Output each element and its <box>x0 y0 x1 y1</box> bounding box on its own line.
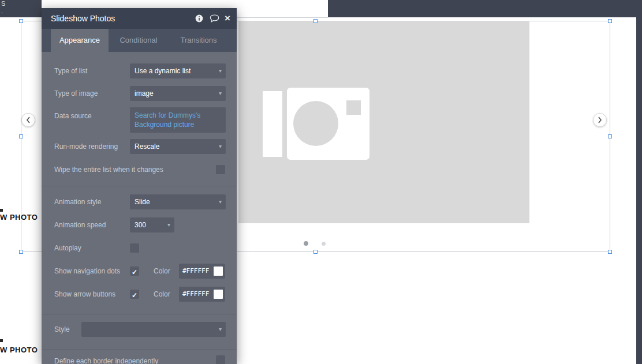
slideshow-prev-button[interactable] <box>21 113 35 127</box>
show-nav-dots-checkbox[interactable]: ✓ <box>130 267 139 276</box>
canvas-heading-mid: W PHOTO <box>0 213 38 222</box>
section-divider <box>42 350 237 350</box>
data-source-expression[interactable]: Search for Dummys's Background picture <box>130 107 226 133</box>
chevron-down-icon: ▾ <box>219 139 222 154</box>
nav-dots-color-value: #FFFFFF <box>179 267 209 275</box>
show-arrow-buttons-checkbox[interactable]: ✓ <box>130 290 139 299</box>
selection-handle-top-center[interactable] <box>313 19 318 23</box>
selection-handle-top-right[interactable] <box>608 19 612 23</box>
panel-title: Slideshow Photos <box>42 8 237 29</box>
nav-dots-color-swatch[interactable] <box>214 267 223 276</box>
data-source-line2: Background picture <box>135 120 221 129</box>
panel-tabbar: Appearance Conditional Transitions <box>42 29 237 52</box>
animation-speed-label: Animation speed <box>54 217 106 232</box>
run-mode-rendering-label: Run-mode rendering <box>54 139 118 154</box>
chevron-right-icon <box>598 117 602 123</box>
camera-placeholder-icon <box>263 88 369 160</box>
slideshow-image-placeholder[interactable] <box>238 21 529 223</box>
wipe-list-label: Wipe the entire list when it changes <box>54 165 163 174</box>
tab-conditional[interactable]: Conditional <box>109 29 169 52</box>
selection-handle-top-left[interactable] <box>19 19 23 23</box>
chevron-down-icon: ▾ <box>219 86 222 101</box>
type-of-list-dropdown[interactable]: Use a dynamic list ▾ <box>130 63 226 78</box>
chevron-down-icon: ▾ <box>167 217 170 232</box>
topbar-left-text-line2: . <box>0 7 42 15</box>
selection-handle-bottom-left[interactable] <box>19 250 23 254</box>
chevron-down-icon: ▾ <box>219 194 222 209</box>
canvas-heading-bottom: W PHOTO <box>0 346 38 354</box>
nav-dots-color-input[interactable]: #FFFFFF <box>179 264 225 279</box>
define-border-label: Define each border independently <box>54 357 158 364</box>
style-label: Style <box>54 322 70 337</box>
topbar-left-segment: S . <box>0 0 42 17</box>
animation-style-value: Slide <box>135 198 150 206</box>
selection-handle-mid-left[interactable] <box>19 134 23 138</box>
define-border-checkbox[interactable] <box>216 355 225 364</box>
animation-style-dropdown[interactable]: Slide ▾ <box>130 194 226 209</box>
section-divider <box>42 186 237 186</box>
chevron-down-icon: ▾ <box>219 322 222 337</box>
checkmark-icon: ✓ <box>132 268 137 276</box>
panel-header[interactable]: Slideshow Photos × <box>42 8 237 29</box>
autoplay-checkbox[interactable] <box>130 243 139 253</box>
topbar-right-segment <box>328 0 642 17</box>
topbar-left-text-line1: S <box>0 0 42 7</box>
run-mode-rendering-value: Rescale <box>135 142 159 151</box>
slideshow-next-button[interactable] <box>593 113 607 127</box>
show-arrow-buttons-label: Show arrow buttons <box>54 290 115 299</box>
data-source-line1: Search for Dummys's <box>135 111 221 120</box>
run-mode-rendering-dropdown[interactable]: Rescale ▾ <box>130 139 226 154</box>
comment-icon[interactable] <box>210 14 219 25</box>
animation-speed-value: 300 <box>135 221 146 229</box>
arrow-buttons-color-swatch[interactable] <box>214 290 223 299</box>
animation-speed-dropdown[interactable]: 300 ▾ <box>130 217 174 232</box>
arrow-buttons-color-label: Color <box>154 290 170 299</box>
type-of-list-label: Type of list <box>54 63 87 78</box>
arrow-buttons-color-value: #FFFFFF <box>179 290 209 298</box>
selection-handle-bottom-center[interactable] <box>313 250 318 254</box>
type-of-image-value: image <box>135 89 154 97</box>
chevron-down-icon: ▾ <box>219 63 222 78</box>
close-icon[interactable]: × <box>225 12 230 25</box>
arrow-buttons-color-input[interactable]: #FFFFFF <box>179 287 225 302</box>
type-of-list-value: Use a dynamic list <box>135 67 191 75</box>
show-nav-dots-label: Show navigation dots <box>54 267 120 276</box>
chevron-left-icon <box>26 117 31 123</box>
tab-appearance[interactable]: Appearance <box>51 29 109 52</box>
element-marker-square <box>0 339 3 342</box>
nav-dots-color-label: Color <box>154 267 170 276</box>
section-divider <box>42 314 237 314</box>
data-source-label: Data source <box>54 108 92 123</box>
right-edge-strip <box>636 0 642 364</box>
editor-canvas: S . W PHOTO W PHOTO <box>0 0 642 364</box>
element-marker-square <box>0 209 3 212</box>
selection-handle-mid-right[interactable] <box>608 134 612 138</box>
selection-handle-bottom-right[interactable] <box>608 250 612 254</box>
autoplay-label: Autoplay <box>54 243 81 253</box>
topbar-bottom-line <box>237 17 328 18</box>
slideshow-nav-dot <box>322 242 326 246</box>
type-of-image-label: Type of image <box>54 86 98 101</box>
slideshow-nav-dot-active <box>304 241 308 246</box>
info-icon[interactable] <box>195 14 203 25</box>
tab-transitions[interactable]: Transitions <box>169 29 229 52</box>
wipe-list-checkbox[interactable] <box>216 165 225 174</box>
type-of-image-dropdown[interactable]: image ▾ <box>130 86 226 101</box>
style-dropdown[interactable]: ▾ <box>81 322 226 337</box>
animation-style-label: Animation style <box>54 194 101 209</box>
property-editor-panel: Slideshow Photos × Appearance Conditiona… <box>42 8 237 364</box>
checkmark-icon: ✓ <box>132 291 137 299</box>
